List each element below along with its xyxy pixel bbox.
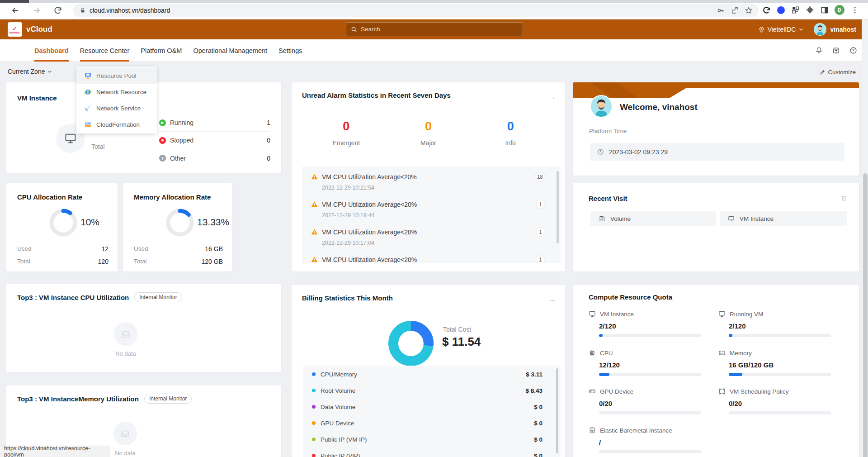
browser-forward-button[interactable] (32, 6, 41, 15)
billing-row-label: Data Volume (321, 404, 355, 410)
lock-icon (80, 7, 85, 14)
blue-extension-icon[interactable] (777, 6, 785, 14)
global-search-input[interactable]: Search (346, 22, 523, 36)
alarm-list-scrollbar[interactable] (557, 171, 559, 243)
alarm-list-item[interactable]: VM CPU Utilization Average<20% 1 2022-12… (302, 194, 561, 222)
alarm-item-title: VM CPU Utilization Average≤20% (322, 173, 417, 181)
billing-row-value: $ 0 (534, 404, 542, 410)
recent-item-label: VM Instance (740, 215, 774, 222)
region-selector[interactable]: ViettelIDC (758, 26, 804, 33)
sync-extension-icon[interactable] (762, 6, 771, 14)
side-panel-icon[interactable] (820, 6, 829, 14)
alarm-list-item[interactable]: VM CPU Utilization Average≤20% 18 2022-1… (302, 167, 561, 194)
customize-button[interactable]: Customize (820, 69, 856, 76)
logo-check-glyph: ✓ (12, 25, 18, 32)
quota-progress (729, 373, 831, 376)
notification-bell-icon[interactable] (815, 47, 823, 54)
bookmark-star-icon[interactable] (745, 6, 753, 14)
menu-item-resource-pool[interactable]: Resource Pool (76, 67, 157, 84)
welcome-card: Welcome, vinahost Platform Time 2023-03-… (573, 82, 859, 176)
billing-row: Public IP (VIP) $ 0 (303, 447, 561, 457)
vm-total-label: Total (91, 143, 105, 150)
vm-monitor-icon (728, 215, 735, 222)
billing-list-scrollbar[interactable] (556, 368, 558, 453)
quota-progress (599, 373, 701, 376)
user-avatar[interactable] (814, 23, 826, 36)
quota-label: Elastic Baremetal Instance (600, 427, 672, 434)
menu-item-cloudformation[interactable]: CloudFormation (76, 116, 157, 133)
quota-vm-instance: VM Instance 2/120 (589, 310, 702, 337)
quota-value: 2/120 (599, 322, 702, 330)
package-box-icon[interactable] (832, 47, 840, 54)
back-icon (11, 6, 20, 15)
empty-inbox-icon (113, 422, 137, 445)
cloudformation-icon (84, 121, 92, 129)
vm-card-title: VM Instance (17, 94, 57, 102)
nav-tab-resource-center[interactable]: Resource Center (80, 39, 130, 62)
quota-progress (599, 411, 701, 414)
recent-item-vm-instance[interactable]: VM Instance (720, 211, 847, 226)
vm-status-list: ▶ Running 1 ■ Stopped 0 ? Other 0 (159, 114, 270, 167)
current-zone-selector[interactable]: Current Zone (8, 68, 52, 75)
billing-statistics-card: Billing Statistics This Month → Total Co… (292, 285, 565, 457)
browser-profile-avatar[interactable]: Đ (835, 5, 844, 15)
browser-menu-dots-icon[interactable] (850, 6, 859, 14)
qr-extension-icon[interactable] (791, 6, 800, 14)
menu-item-network-resource[interactable]: Network Resource (76, 84, 157, 100)
cpu-percent-value: 10% (80, 217, 99, 228)
browser-back-button[interactable] (11, 6, 20, 15)
series-color-dot (312, 454, 316, 457)
memory-card-title: Memory Allocation Rate (134, 193, 211, 201)
quota-cpu: CPU 12/120 (589, 349, 702, 376)
series-color-dot (312, 438, 316, 441)
nav-tab-platform-om[interactable]: Platform O&M (141, 39, 182, 62)
vinahost-logo[interactable]: ✓ VINAHOST (8, 22, 22, 37)
password-key-icon[interactable] (717, 6, 725, 14)
billing-row-label: Public IP (VM IP) (321, 436, 367, 443)
nav-tab-dashboard[interactable]: Dashboard (34, 39, 69, 62)
menu-item-label: CloudFormation (96, 121, 140, 128)
alarm-item-title: VM CPU Utilization Average<20% (322, 228, 417, 236)
billing-row: Root Volume $ 8.43 (303, 382, 561, 399)
vm-status-label: Running (170, 119, 193, 126)
clear-recent-trash-icon[interactable] (840, 195, 847, 202)
user-name[interactable]: vinahost (830, 26, 856, 33)
link-preview-statusbar: https://cloud.vinahost.vn/resource-pool/… (0, 446, 109, 457)
extensions-puzzle-icon[interactable] (806, 6, 814, 14)
alarm-list-item[interactable]: VM CPU Utilization Average<20% 1 (302, 249, 561, 263)
help-circle-icon[interactable] (849, 47, 857, 54)
vm-status-value: 0 (267, 155, 270, 162)
menu-item-label: Network Resource (96, 89, 146, 95)
quota-progress (599, 334, 701, 337)
address-bar[interactable]: cloud.vinahost.vn/dashboard (73, 4, 759, 17)
scrollbar-thumb[interactable] (863, 173, 868, 457)
billing-card-link-arrow-icon[interactable]: → (548, 295, 556, 304)
series-color-dot (312, 389, 316, 392)
alarm-card-link-arrow-icon[interactable]: → (548, 92, 556, 101)
billing-row-value: $ 0 (534, 420, 542, 427)
alarm-list-item[interactable]: VM CPU Utilization Average<20% 1 2022-12… (302, 222, 561, 249)
vm-monitor-icon (718, 310, 726, 318)
browser-reload-button[interactable] (53, 6, 62, 15)
billing-row-value: $ 8.43 (525, 387, 542, 394)
billing-row-value: $ 0 (534, 436, 542, 443)
share-icon[interactable] (731, 6, 739, 14)
alarm-item-count-badge: 1 (536, 200, 545, 209)
cpu-card-title: CPU Allocation Rate (17, 193, 82, 201)
nav-tab-operational-management[interactable]: Operational Management (193, 39, 267, 62)
page-scrollbar[interactable] (862, 19, 868, 457)
memory-used-row: Used 16 GB (134, 245, 223, 252)
menu-item-network-service[interactable]: Network Service (76, 100, 157, 116)
alarm-stat-value: 0 (469, 119, 552, 133)
recent-item-volume[interactable]: Volume (590, 211, 716, 226)
running-status-icon: ▶ (159, 119, 166, 126)
nav-tab-settings[interactable]: Settings (278, 39, 302, 62)
quota-vm-scheduling-policy: VM Scheduling Policy 0/20 (718, 388, 831, 414)
browser-tab-fragment (0, 0, 29, 3)
navbar-items: Dashboard Resource Center Platform O&M O… (34, 39, 302, 62)
quota-elastic-baremetal: Elastic Baremetal Instance / (589, 427, 702, 453)
top3-memory-title: Top3 : VM InstanceMemory Utilization (17, 395, 139, 403)
quota-value: 0/20 (599, 400, 702, 407)
alarm-stat-value: 0 (387, 119, 470, 133)
alarm-item-title: VM CPU Utilization Average<20% (322, 256, 417, 263)
